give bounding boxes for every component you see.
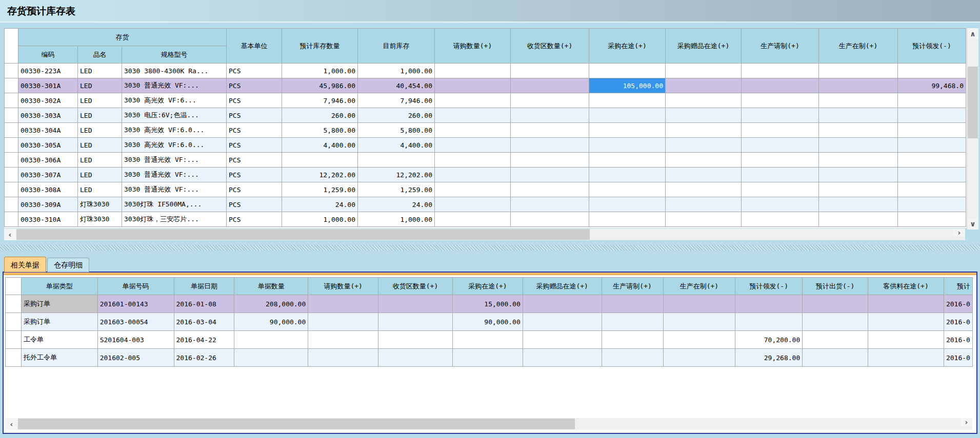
cell[interactable]: 15,000.00 bbox=[452, 295, 523, 313]
vscroll-thumb[interactable] bbox=[968, 67, 978, 138]
scroll-right-icon[interactable]: › bbox=[961, 418, 972, 426]
cell[interactable] bbox=[868, 313, 944, 331]
column-header[interactable]: 采购赠品在途(+) bbox=[666, 29, 742, 64]
documents-hscrollbar[interactable]: ‹ › bbox=[6, 418, 972, 430]
cell[interactable] bbox=[898, 153, 966, 168]
cell[interactable] bbox=[898, 212, 966, 227]
cell[interactable] bbox=[234, 331, 308, 349]
cell[interactable] bbox=[589, 93, 666, 108]
cell[interactable]: 260.00 bbox=[282, 108, 358, 123]
column-header[interactable]: 预计出货(-) bbox=[803, 278, 868, 295]
column-header[interactable]: 请购数量(+) bbox=[435, 29, 511, 64]
row-selector[interactable] bbox=[5, 182, 18, 197]
cell[interactable]: 00330-223A bbox=[18, 64, 78, 78]
cell[interactable]: 1,000.00 bbox=[358, 212, 435, 227]
cell[interactable] bbox=[666, 123, 742, 138]
cell[interactable]: LED bbox=[78, 108, 122, 123]
cell[interactable]: LED bbox=[78, 78, 122, 93]
row-selector[interactable] bbox=[5, 123, 18, 138]
cell[interactable] bbox=[819, 182, 898, 197]
cell[interactable]: 201603-00054 bbox=[97, 313, 174, 331]
column-header[interactable]: 编码 bbox=[18, 46, 78, 64]
cell[interactable] bbox=[742, 182, 819, 197]
cell[interactable] bbox=[898, 123, 966, 138]
cell[interactable] bbox=[511, 123, 589, 138]
cell[interactable]: LED bbox=[78, 138, 122, 153]
group-header[interactable]: 存货 bbox=[18, 29, 227, 46]
column-header[interactable]: 预计领发(-) bbox=[898, 29, 966, 64]
cell[interactable]: 2016-02-26 bbox=[174, 349, 234, 367]
cell[interactable] bbox=[308, 313, 378, 331]
cell[interactable] bbox=[378, 295, 453, 313]
cell[interactable]: 00330-305A bbox=[18, 138, 78, 153]
cell[interactable] bbox=[523, 313, 602, 331]
cell[interactable]: 90,000.00 bbox=[452, 313, 523, 331]
cell[interactable] bbox=[435, 123, 511, 138]
cell[interactable]: 12,202.00 bbox=[358, 168, 435, 182]
column-header[interactable]: 基本单位 bbox=[227, 29, 282, 64]
cell[interactable] bbox=[819, 168, 898, 182]
cell[interactable]: 3030 普通光效 VF:... bbox=[122, 168, 227, 182]
cell[interactable]: LED bbox=[78, 153, 122, 168]
cell[interactable]: 3030灯珠，三安芯片... bbox=[122, 212, 227, 227]
column-header[interactable]: 单据号码 bbox=[97, 278, 174, 295]
cell[interactable] bbox=[589, 168, 666, 182]
cell[interactable]: 1,000.00 bbox=[358, 64, 435, 78]
cell[interactable] bbox=[868, 349, 944, 367]
cell[interactable] bbox=[511, 93, 589, 108]
cell[interactable] bbox=[868, 295, 944, 313]
cell[interactable] bbox=[589, 182, 666, 197]
cell[interactable]: 00330-303A bbox=[18, 108, 78, 123]
row-selector[interactable] bbox=[6, 295, 22, 313]
column-header[interactable]: 单据数量 bbox=[234, 278, 308, 295]
cell[interactable] bbox=[308, 349, 378, 367]
cell[interactable] bbox=[435, 64, 511, 78]
cell[interactable]: 00330-302A bbox=[18, 93, 78, 108]
cell[interactable]: 7,946.00 bbox=[282, 93, 358, 108]
hscroll-thumb[interactable] bbox=[16, 229, 590, 240]
inventory-hscrollbar[interactable]: ‹ › bbox=[4, 228, 965, 240]
column-header[interactable]: 预计库存数量 bbox=[282, 29, 358, 64]
cell[interactable] bbox=[803, 295, 868, 313]
scroll-left-icon[interactable]: ‹ bbox=[4, 228, 16, 240]
cell[interactable]: PCS bbox=[227, 138, 282, 153]
cell[interactable] bbox=[742, 78, 819, 93]
cell[interactable] bbox=[511, 197, 589, 212]
cell[interactable]: 3030灯珠 IF500MA,... bbox=[122, 197, 227, 212]
cell[interactable]: 00330-301A bbox=[18, 78, 78, 93]
cell[interactable] bbox=[663, 331, 735, 349]
cell[interactable] bbox=[435, 108, 511, 123]
cell[interactable]: LED bbox=[78, 182, 122, 197]
cell[interactable]: 2016-0 bbox=[944, 295, 972, 313]
cell[interactable] bbox=[358, 153, 435, 168]
cell[interactable]: PCS bbox=[227, 212, 282, 227]
cell[interactable]: 4,400.00 bbox=[282, 138, 358, 153]
tab-warehouse-detail[interactable]: 仓存明细 bbox=[47, 258, 89, 272]
cell[interactable] bbox=[589, 64, 666, 78]
tab-related-documents[interactable]: 相关单据 bbox=[4, 257, 46, 272]
cell[interactable]: PCS bbox=[227, 182, 282, 197]
cell[interactable]: 灯珠3030 bbox=[78, 212, 122, 227]
cell[interactable]: 5,800.00 bbox=[282, 123, 358, 138]
column-header[interactable]: 收货区数量(+) bbox=[378, 278, 453, 295]
row-selector[interactable] bbox=[5, 153, 18, 168]
cell[interactable]: 托外工令单 bbox=[21, 349, 97, 367]
cell[interactable] bbox=[511, 138, 589, 153]
cell[interactable] bbox=[511, 168, 589, 182]
cell[interactable] bbox=[898, 108, 966, 123]
cell[interactable]: 1,259.00 bbox=[358, 182, 435, 197]
cell[interactable] bbox=[435, 168, 511, 182]
column-header[interactable]: 预计 bbox=[944, 278, 972, 295]
cell[interactable] bbox=[378, 313, 453, 331]
cell[interactable] bbox=[819, 138, 898, 153]
cell[interactable]: 00330-306A bbox=[18, 153, 78, 168]
cell[interactable] bbox=[308, 331, 378, 349]
column-header[interactable]: 收货区数量(+) bbox=[511, 29, 589, 64]
cell[interactable]: 45,986.00 bbox=[282, 78, 358, 93]
column-header[interactable]: 单据日期 bbox=[174, 278, 234, 295]
cell[interactable]: 00330-310A bbox=[18, 212, 78, 227]
cell[interactable]: 3030 普通光效 VF:... bbox=[122, 182, 227, 197]
cell[interactable] bbox=[742, 108, 819, 123]
cell[interactable]: 40,454.00 bbox=[358, 78, 435, 93]
cell[interactable] bbox=[663, 313, 735, 331]
